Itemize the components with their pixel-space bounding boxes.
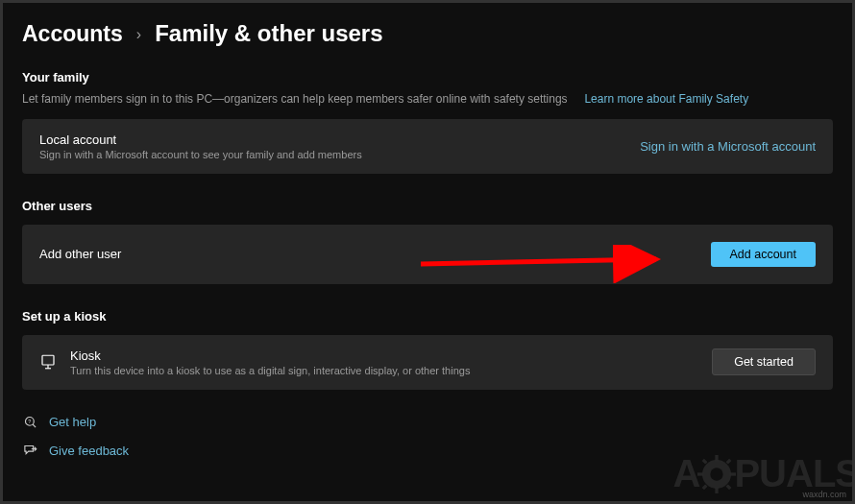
svg-rect-17 [726,484,732,490]
breadcrumb-parent[interactable]: Accounts [22,21,123,47]
svg-point-18 [711,468,723,480]
svg-rect-16 [702,484,708,490]
feedback-icon [22,444,37,459]
kiosk-heading: Set up a kiosk [22,309,833,324]
svg-rect-11 [716,487,719,493]
svg-rect-12 [697,472,704,475]
chevron-right-icon: › [136,26,141,43]
kiosk-section: Set up a kiosk Kiosk Turn this device in… [22,309,833,390]
svg-rect-15 [726,458,732,464]
sign-in-microsoft-link[interactable]: Sign in with a Microsoft account [640,139,816,154]
other-users-section: Other users Add other user Add account [22,199,833,284]
other-users-heading: Other users [22,199,833,213]
learn-more-family-safety-link[interactable]: Learn more about Family Safety [584,92,748,106]
local-account-card: Local account Sign in with a Microsoft a… [22,119,833,174]
svg-rect-0 [42,356,54,366]
family-section: Your family Let family members sign in t… [22,70,833,174]
kiosk-subtitle: Turn this device into a kiosk to use as … [70,365,470,376]
breadcrumb: Accounts › Family & other users [22,20,833,47]
svg-line-4 [33,424,36,427]
add-account-button[interactable]: Add account [711,242,817,267]
local-account-title: Local account [39,132,362,147]
family-description: Let family members sign in to this PC—or… [22,92,568,106]
kiosk-title: Kiosk [70,348,470,363]
add-other-user-card: Add other user Add account [22,225,833,284]
page-title: Family & other users [155,20,382,47]
add-other-user-label: Add other user [39,247,121,261]
kiosk-icon [39,353,57,371]
get-started-button[interactable]: Get started [712,348,816,375]
get-help-link[interactable]: ? Get help [22,415,833,430]
help-icon: ? [22,415,37,430]
svg-rect-10 [716,455,719,462]
kiosk-card: Kiosk Turn this device into a kiosk to u… [22,335,833,390]
svg-text:?: ? [28,419,31,424]
get-help-label: Get help [49,415,96,429]
source-tag: waxdn.com [802,490,846,499]
give-feedback-label: Give feedback [49,444,129,458]
family-heading: Your family [22,70,833,84]
local-account-subtitle: Sign in with a Microsoft account to see … [39,149,362,160]
watermark-prefix: A [673,452,700,495]
svg-rect-14 [702,458,708,464]
gear-icon [697,455,736,493]
